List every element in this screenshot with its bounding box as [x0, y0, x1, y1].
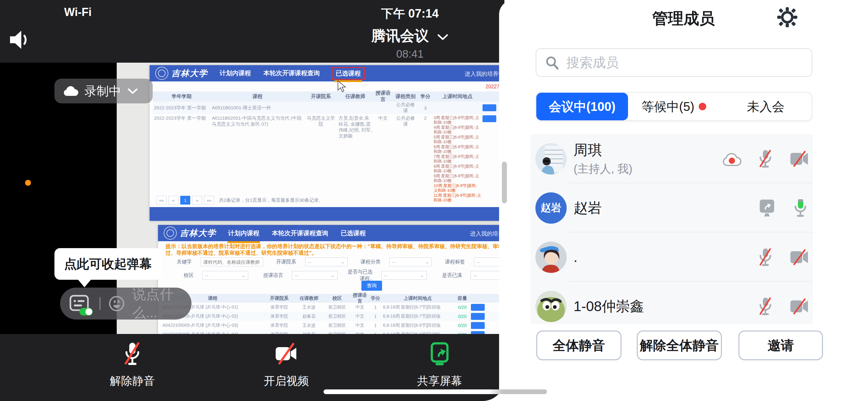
query-button[interactable]: 查询 [362, 281, 382, 291]
avatar: 赵岩 [535, 192, 567, 224]
pagination-prev[interactable]: « [168, 196, 178, 205]
chat-quick-bar[interactable]: 说点什么... [60, 288, 191, 319]
chevron-down-icon [127, 88, 138, 95]
site2-course-row: A0422105005-乒乓球 (乒乓球-中心-01)体育学院王永波前卫校区中文… [161, 303, 504, 312]
cloud-recording-icon[interactable] [721, 151, 742, 167]
mic-muted-icon[interactable] [756, 149, 775, 169]
member-search[interactable] [536, 48, 812, 77]
tab-waiting[interactable]: 等候中(5) [628, 93, 720, 120]
pagination-page-1[interactable]: 1 [180, 196, 190, 205]
mute-all-button[interactable]: 全体静音 [536, 331, 621, 360]
tooltip-pointer [78, 279, 91, 287]
language-select[interactable]: --⌄ [292, 271, 338, 280]
pagination-next[interactable]: » [192, 196, 202, 205]
member-row-host[interactable]: 周琪 (主持人, 我) [530, 134, 813, 183]
member-name: 赵岩 [574, 199, 602, 218]
member-name: 周琪 [574, 141, 632, 160]
tab-not-joined[interactable]: 未入会 [720, 93, 812, 120]
cloud-recording-icon [63, 85, 79, 97]
chat-input-placeholder[interactable]: 说点什么... [132, 285, 191, 322]
site1-navbar: 吉林大学 计划内课程 本轮次开课课程查询 已选课程 进入我的培养计划 [150, 65, 504, 82]
site2-row-action-button[interactable] [471, 304, 485, 311]
camera-off-icon[interactable] [789, 298, 810, 315]
mic-on-icon[interactable] [791, 198, 810, 218]
gear-icon[interactable] [777, 7, 798, 29]
pagination-summary: 共2条记录，分1页显示，每页最多显示30条记录。 [219, 197, 323, 203]
site1-nav-planned-courses[interactable]: 计划内课程 [219, 67, 252, 80]
member-list: 周琪 (主持人, 我) 赵岩 赵岩 [530, 134, 813, 324]
member-row[interactable]: . [530, 232, 813, 282]
recording-status-pill[interactable]: 录制中 [55, 79, 153, 104]
site2-row-action-button[interactable] [471, 313, 485, 320]
home-indicator[interactable] [323, 390, 547, 394]
meeting-elapsed-time: 08:41 [363, 48, 457, 60]
member-search-input[interactable] [566, 55, 786, 70]
tab-in-meeting[interactable]: 会议中(100) [536, 93, 628, 120]
screen-share-icon [426, 340, 453, 367]
wifi-status: Wi-Fi [64, 6, 92, 19]
shared-browser-window-1: 吉林大学 计划内课程 本轮次开课课程查询 已选课程 进入我的培养计划 20227… [150, 65, 504, 221]
mic-muted-icon [119, 340, 146, 367]
site1-footer-band [150, 207, 504, 221]
member-tabs: 会议中(100) 等候中(5) 未入会 [536, 92, 812, 121]
pagination-first[interactable]: «« [156, 196, 166, 205]
university-name: 吉林大学 [172, 68, 208, 79]
screen-sharing-icon[interactable] [757, 198, 777, 218]
site1-row-action-button[interactable] [483, 115, 496, 122]
divider [99, 297, 100, 310]
site2-row-action-button[interactable] [471, 331, 485, 334]
manage-members-panel: 管理成员 会议中(100) 等候中(5) 未入会 周琪 (主持人, 我) [499, 0, 868, 401]
site1-nav-current-round-query[interactable]: 本轮次开课课程查询 [263, 67, 320, 80]
site2-filter-row-2: 校区 --⌄ 授课语言 --⌄ 是否与已选课程.. --⌄ 是否已满 --⌄ [167, 269, 504, 282]
site2-course-row: A0422105005-乒乓球 (乒乓球-中心-02)体育学院赵春花前卫校区中文… [161, 312, 504, 321]
mic-muted-icon[interactable] [756, 296, 775, 316]
meeting-title: 腾讯会议 [371, 28, 429, 44]
unmute-button[interactable]: 解除静音 [86, 340, 179, 389]
red-dot-badge [699, 103, 706, 110]
site1-row-action-button[interactable] [483, 104, 496, 111]
meeting-app: Wi-Fi 下午 07:14 腾讯会议 08:41 吉林大学 计划内课程 本轮次… [0, 0, 868, 401]
chevron-down-icon [437, 33, 448, 41]
member-name: . [574, 249, 578, 265]
member-name: 1-08仲崇鑫 [574, 297, 644, 316]
invite-button[interactable]: 邀请 [739, 331, 823, 360]
active-tab-underline [227, 241, 260, 243]
member-row[interactable]: 1-08仲崇鑫 [530, 282, 813, 324]
site2-nav-current-round-query[interactable]: 本轮次开课课程查询 [271, 227, 329, 239]
member-row[interactable]: 赵岩 赵岩 [530, 183, 813, 232]
site1-nav-selected-courses[interactable]: 已选课程 [332, 67, 365, 80]
scrollbar[interactable] [502, 162, 507, 203]
site2-row-action-button[interactable] [471, 322, 485, 329]
camera-off-icon[interactable] [789, 249, 810, 266]
site1-course-row: 2022-2023学年 第一学期 A0511B01001-博士英语一外 公共必修… [153, 102, 504, 114]
unmute-all-button[interactable]: 解除全体静音 [637, 331, 722, 360]
campus-select[interactable]: --⌄ [203, 271, 248, 280]
mic-muted-icon[interactable] [756, 247, 775, 267]
share-screen-button[interactable]: 共享屏幕 [393, 340, 487, 389]
danmaku-toggle-icon[interactable] [69, 294, 89, 313]
university-logo-icon [155, 67, 168, 80]
site2-nav-planned-courses[interactable]: 计划内课程 [227, 227, 260, 239]
danmaku-on-toggle[interactable] [80, 308, 93, 315]
camera-off-icon[interactable] [789, 150, 810, 167]
emoji-icon[interactable] [108, 294, 125, 313]
pagination-last[interactable]: »» [204, 196, 214, 205]
conflict-select[interactable]: --⌄ [381, 271, 427, 280]
university-name: 吉林大学 [180, 227, 216, 239]
danmaku-tooltip: 点此可收起弹幕 [55, 248, 161, 280]
speaker-icon[interactable] [9, 29, 33, 52]
search-icon [545, 55, 559, 70]
category-select[interactable]: --⌄ [389, 258, 432, 266]
start-video-button[interactable]: 开启视频 [239, 340, 333, 389]
site2-table-header: 课程 开课院系 任课教师 校区 授课语言 学分 上课时间地点 容量 [161, 294, 504, 303]
site2-nav-selected-courses[interactable]: 已选课程 [340, 227, 366, 239]
schedule-list: 3周 星期三[6-9节]新民-义和路-10教 4周 星期三[6-9节]新民-义和… [432, 115, 483, 203]
site2-navbar: 吉林大学 计划内课程 本轮次开课课程查询 已选课程 进入我的培养计划 [158, 225, 504, 241]
meeting-title-dropdown[interactable]: 腾讯会议 [344, 26, 476, 46]
recording-indicator-dot [25, 180, 31, 186]
dept-select[interactable]: --⌄ [305, 258, 348, 266]
keyword-input[interactable] [200, 258, 263, 266]
site1-my-plan-link[interactable]: 进入我的培养计划 [465, 70, 504, 78]
site2-course-row: A0422105005-乒乓球 (乒乓球-中心-04)体育学院赵春花前卫校区中文… [161, 330, 504, 334]
university-logo-icon [164, 227, 177, 240]
